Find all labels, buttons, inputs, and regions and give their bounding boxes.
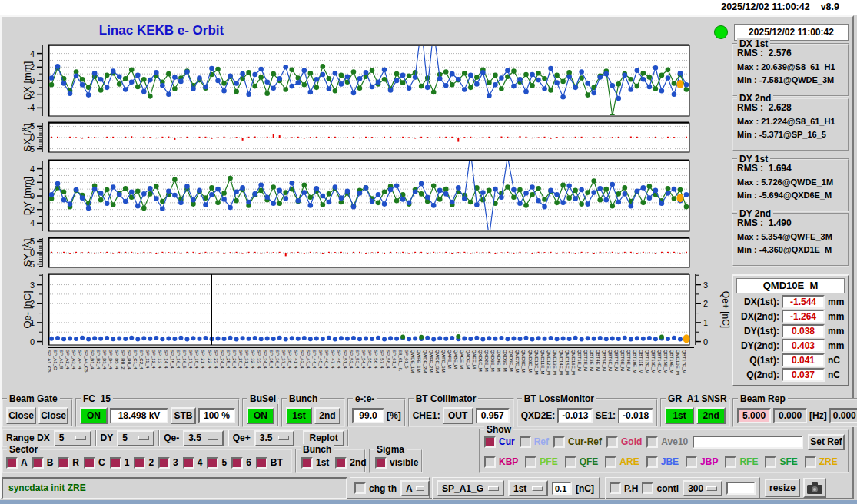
show-kbp-checkbox[interactable]: KBP (484, 456, 518, 468)
show-are-checkbox[interactable]: ARE (605, 456, 639, 468)
show-pfe-checkbox[interactable]: PFE (525, 456, 557, 468)
bunch-1st-checkbox[interactable]: 1st (301, 457, 329, 469)
chg-th-group: chg th A (350, 477, 430, 499)
busel-group: BuSel ON (242, 398, 279, 427)
beam-rep-hz-unit: [Hz] (809, 410, 827, 421)
checkbox-indicator (301, 457, 313, 469)
count-select[interactable]: 300 (683, 480, 722, 496)
charge-chart: 0123Qe- [nC]0123Qe+ [nC] (22, 273, 730, 346)
sector-checkbox-3[interactable]: 3 (158, 457, 178, 469)
checkbox-indicator (256, 457, 267, 469)
bunch-2nd-checkbox[interactable]: 2nd (335, 457, 366, 469)
show-cur-checkbox[interactable]: Cur (484, 436, 515, 448)
se1-label: SE1: (595, 410, 616, 421)
svg-text:4: 4 (30, 164, 35, 174)
qxd2e-value: -0.013 (557, 408, 593, 423)
snsr-1st-button[interactable]: 1st (665, 407, 694, 424)
min-line: Min : -4.360@QXD1E_M (733, 241, 848, 254)
fc15-percent-readout: 100 % (198, 408, 235, 423)
sector-checkbox-6[interactable]: 6 (231, 457, 251, 469)
range-qe-minus-select[interactable]: 3.5 (183, 430, 224, 446)
show-jbe-checkbox[interactable]: JBE (646, 456, 679, 468)
resize-button[interactable]: resize (765, 479, 800, 497)
beam-rep-group: Beam Rep 5.000 0.000 [Hz] 0.000 [%] (732, 398, 857, 427)
linac-orbit-window: { "titlebar": {"clock": "2025/12/02 11:0… (0, 0, 857, 504)
show-qfe-checkbox[interactable]: QFE (565, 456, 599, 468)
sector-checkbox-b[interactable]: B (32, 457, 54, 469)
dy-2nd-stats-group: DY 2nd RMS : 1.490 Max : 5.354@QWFE_3M M… (732, 213, 849, 267)
beam-rep-percent: 0.000 (829, 408, 857, 423)
bunch-filter-group: Bunch 1st 2nd (295, 449, 366, 473)
sector-checkbox-bt[interactable]: BT (256, 457, 283, 469)
fc15-stb-button[interactable]: STB (171, 407, 196, 424)
set-ref-button[interactable]: Set Ref (808, 434, 845, 450)
show-ave10-checkbox[interactable]: Ave10 (646, 436, 688, 448)
sector-checkbox-c[interactable]: C (84, 457, 105, 469)
range-qe-plus-select[interactable]: 3.5 (254, 430, 295, 446)
monitor-value: 0.037 (782, 368, 825, 382)
snsr-2nd-button[interactable]: 2nd (696, 407, 726, 424)
chg-th-checkbox[interactable]: chg th (354, 482, 397, 494)
monitor-value: -1.544 (782, 295, 825, 309)
checkbox-indicator (606, 436, 618, 448)
svg-text:Qe- [nC]: Qe- [nC] (22, 290, 33, 328)
svg-text:DX [mm]: DX [mm] (22, 61, 33, 101)
show-ref-checkbox[interactable]: Ref (520, 436, 549, 448)
checkbox-indicator (484, 456, 496, 468)
sector-checkbox-5[interactable]: 5 (207, 457, 227, 469)
range-dx-select[interactable]: 5 (54, 430, 91, 446)
fc15-on-button[interactable]: ON (80, 407, 108, 424)
screenshot-button[interactable] (803, 478, 826, 498)
sigma-visible-checkbox[interactable]: visible (375, 457, 418, 469)
monitor-row: Q(1st):0.041nC (736, 353, 845, 367)
busel-on-button[interactable]: ON (247, 407, 274, 424)
svg-text:1: 1 (703, 318, 708, 327)
bunch-2nd-button[interactable]: 2nd (314, 407, 340, 424)
show-cur-ref-checkbox[interactable]: Cur-Ref (553, 436, 602, 448)
sector-checkbox-2[interactable]: 2 (134, 457, 154, 469)
sy-sigma-chart: 50-5SY [Å] (22, 237, 730, 269)
bunch-1st-button[interactable]: 1st (286, 407, 312, 424)
sector-checkbox-a[interactable]: A (6, 457, 28, 469)
checkbox-indicator (525, 456, 536, 468)
show-zre-checkbox[interactable]: ZRE (805, 456, 838, 468)
beam-gate-close-button-1[interactable]: Close (6, 407, 36, 424)
show-gold-checkbox[interactable]: Gold (606, 436, 642, 448)
beam-gate-close-button-2[interactable]: Close (38, 407, 68, 424)
svg-text:0: 0 (30, 337, 35, 346)
bunch-select[interactable]: 1st (508, 480, 548, 496)
show-rfe-checkbox[interactable]: RFE (725, 456, 758, 468)
menu-indicator (532, 486, 543, 491)
separator (95, 430, 97, 446)
ref-file-input[interactable] (693, 436, 803, 449)
sector-checkbox-4[interactable]: 4 (183, 457, 203, 469)
checkbox-indicator (134, 457, 145, 469)
show-jbp-checkbox[interactable]: JBP (686, 456, 718, 468)
che1-state-button[interactable]: OUT (443, 407, 473, 424)
threshold-input[interactable]: 0.1 (552, 482, 572, 495)
bpm-select-group: SP_A1_G 1st 0.1 [nC] (432, 477, 600, 499)
titlebar-datetime: 2025/12/02 11:00:42 (721, 2, 809, 12)
se1-value: -0.018 (618, 408, 653, 423)
min-line: Min : -7.581@QWDE_3M (733, 71, 848, 85)
checkbox-indicator (207, 457, 218, 469)
range-dy-label: DY (101, 433, 114, 443)
ph-checkbox[interactable]: P.H (610, 482, 638, 494)
threshold-target-select[interactable]: A (400, 480, 430, 496)
free-input[interactable] (726, 482, 756, 495)
checkbox-indicator (610, 482, 621, 494)
monitor-name[interactable]: QMD10E_M (736, 278, 845, 293)
beam-rep-set[interactable]: 5.000 (737, 408, 771, 423)
range-qe-plus-label: Qe+ (233, 433, 251, 443)
range-dy-select[interactable]: 5 (117, 430, 154, 446)
sector-checkbox-1[interactable]: 1 (110, 457, 130, 469)
bpm-select[interactable]: SP_A1_G (437, 480, 504, 496)
threshold-unit: [nC] (576, 483, 594, 494)
conti-checkbox[interactable]: conti (642, 482, 679, 494)
checkbox-indicator (84, 457, 95, 469)
checkbox-indicator (32, 457, 44, 469)
window-bottom-edge (0, 500, 857, 504)
window-titlebar: 2025/12/02 11:00:42v8.9 (0, 0, 857, 15)
show-sfe-checkbox[interactable]: SFE (765, 456, 797, 468)
sector-checkbox-r[interactable]: R (58, 457, 79, 469)
